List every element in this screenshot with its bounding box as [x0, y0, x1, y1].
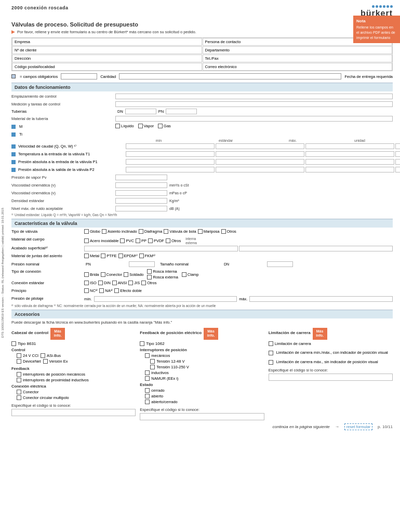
nivel-ruido-input[interactable] [115, 206, 167, 211]
pvc-cb[interactable] [120, 238, 125, 243]
cabezal-code-input[interactable] [11, 409, 136, 416]
otros-tipo-cb[interactable] [221, 229, 226, 234]
velocidad-max-input[interactable] [305, 143, 394, 149]
fb-inductivos-cb[interactable] [17, 378, 21, 382]
temp-estandar-input[interactable] [216, 151, 304, 157]
temp-min-input[interactable] [126, 151, 215, 157]
presion-nominal-input[interactable] [129, 261, 155, 267]
otros-conex-cb[interactable] [141, 281, 146, 285]
material-tuberia-input[interactable] [115, 116, 393, 122]
nc-cb[interactable] [84, 288, 89, 293]
p2-max-input[interactable] [305, 167, 394, 172]
version-ex-cb[interactable] [43, 359, 48, 364]
dn-input[interactable] [125, 109, 156, 114]
p1-max-input[interactable] [305, 159, 394, 165]
cerrado-cb[interactable] [145, 388, 150, 393]
p2-unidad-input[interactable] [395, 167, 400, 172]
mecanicos-cb[interactable] [145, 353, 150, 358]
rosca-externa-cb[interactable] [147, 275, 152, 280]
fkm-cb[interactable] [139, 254, 144, 258]
globo-cb[interactable] [84, 229, 89, 234]
feedback-mas-info-btn[interactable]: Más info. [204, 328, 218, 340]
p1-min-input[interactable] [126, 159, 215, 165]
diafragma-cb[interactable] [139, 229, 143, 234]
na-cb[interactable] [99, 288, 104, 293]
p2-estandar-input[interactable] [216, 167, 304, 172]
acero-cb[interactable] [84, 238, 89, 243]
pp-cb[interactable] [136, 238, 140, 243]
clamp-cb[interactable] [182, 272, 186, 277]
jis-cb[interactable] [128, 281, 133, 285]
temp-unidad-input[interactable] [395, 151, 400, 157]
namur-cb[interactable] [145, 376, 150, 381]
bola-label: Válvula de bola [169, 229, 196, 234]
temp-max-input[interactable] [305, 151, 394, 157]
conector-cb[interactable] [101, 272, 105, 277]
viscosidad1-input[interactable] [115, 182, 167, 188]
densidad-row: Densidad estándar Kg/m³ [11, 197, 393, 204]
iso-cb[interactable] [84, 281, 89, 285]
limitacion-mas-info-btn[interactable]: Más info. [313, 328, 327, 340]
material-juntas-label: Material de juntas del asiento [11, 254, 84, 258]
interna-label: interna [185, 237, 197, 241]
acabado-input2[interactable] [239, 246, 393, 251]
mariposa-cb[interactable] [198, 229, 203, 234]
p2-min-input[interactable] [126, 167, 215, 172]
din-cb[interactable] [98, 281, 103, 285]
tension2-cb[interactable] [150, 365, 155, 369]
liquido-checkbox[interactable] [115, 124, 120, 128]
conector-circular-cb[interactable] [17, 395, 21, 400]
devicenet-cb[interactable] [17, 359, 21, 364]
bola-cb[interactable] [164, 229, 168, 234]
asi-bus-cb[interactable] [41, 353, 45, 358]
material-tuberia-row: Material de la tubería [11, 115, 393, 122]
inductivos-cb[interactable] [145, 370, 150, 375]
brida-cb[interactable] [84, 272, 89, 277]
presion-vapor-input[interactable] [115, 175, 167, 180]
velocidad-min-input[interactable] [126, 143, 215, 149]
medicion-input[interactable] [115, 101, 393, 107]
asiento-cb[interactable] [102, 229, 106, 234]
epdm-cb[interactable] [118, 254, 123, 258]
limitacion-cb3[interactable] [269, 360, 273, 365]
viscosidad2-input[interactable] [115, 190, 167, 196]
metal-cb[interactable] [84, 254, 89, 258]
diafragma-label: Diafragma [144, 229, 163, 234]
soldado-cb[interactable] [124, 272, 128, 277]
conector-elec-cb[interactable] [17, 390, 21, 394]
p1-unidad-input[interactable] [395, 159, 400, 165]
presion-max-input[interactable] [249, 296, 393, 302]
cabezal-mas-info-btn[interactable]: Más info. [50, 328, 65, 340]
velocidad-estandar-input[interactable] [216, 143, 304, 149]
abierto-cb[interactable] [145, 394, 150, 398]
tension1-cb[interactable] [150, 359, 155, 364]
emplazamiento-input[interactable] [115, 94, 393, 99]
limitacion-cb1[interactable] [269, 341, 273, 346]
ansi-cb[interactable] [112, 281, 117, 285]
limitacion-code-input[interactable] [269, 374, 393, 381]
cantidad-input[interactable] [61, 73, 97, 79]
vapor-checkbox[interactable] [138, 124, 143, 128]
tipo-1062-cb[interactable] [140, 341, 144, 346]
ptfe-cb[interactable] [101, 254, 105, 258]
abierto-cerrado-cb[interactable] [145, 400, 150, 404]
reset-link[interactable]: reset formular [344, 423, 372, 430]
limitacion-cb2[interactable] [269, 351, 273, 355]
pn-input[interactable] [166, 109, 197, 114]
pvdf-cb[interactable] [148, 238, 153, 243]
velocidad-unidad-input[interactable] [395, 143, 400, 149]
24v-cb[interactable] [17, 353, 21, 358]
rosca-interna-cb[interactable] [147, 269, 152, 274]
presion-min-input[interactable] [94, 296, 237, 302]
densidad-input[interactable] [115, 198, 167, 204]
p1-estandar-input[interactable] [216, 159, 304, 165]
feedback-code-input[interactable] [140, 413, 264, 420]
fecha-input[interactable] [119, 73, 341, 79]
acabado-input1[interactable] [84, 246, 238, 251]
efecto-doble-cb[interactable] [114, 288, 119, 293]
tamano-nominal-input[interactable] [267, 261, 293, 267]
fb-mecanicos-cb[interactable] [17, 372, 21, 377]
otros-mat-cb[interactable] [166, 238, 170, 243]
gas-checkbox[interactable] [158, 124, 163, 128]
tipo-8631-cb[interactable] [11, 341, 16, 346]
